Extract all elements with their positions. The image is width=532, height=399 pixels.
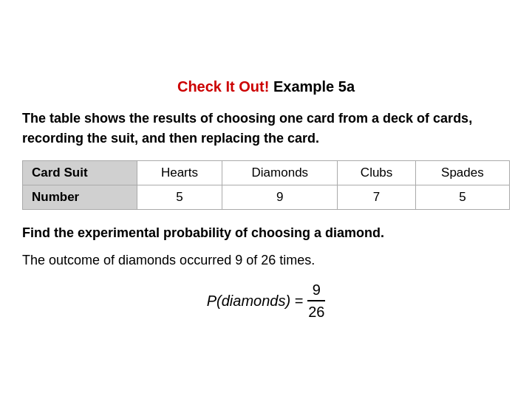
fraction: 9 26 — [307, 281, 325, 321]
val-hearts: 5 — [137, 185, 222, 210]
intro-paragraph: The table shows the results of choosing … — [22, 109, 510, 149]
fraction-denominator: 26 — [308, 301, 324, 321]
card-suit-table: Card Suit Hearts Diamonds Clubs Spades N… — [22, 160, 510, 210]
val-clubs: 7 — [338, 185, 415, 210]
table-header-row: Card Suit Hearts Diamonds Clubs Spades — [23, 161, 510, 185]
check-it-out-label: Check It Out! — [177, 78, 269, 95]
col-header-hearts: Hearts — [137, 161, 222, 185]
formula-inner: P(diamonds) = 9 26 — [207, 281, 326, 321]
col-header-spades: Spades — [415, 161, 509, 185]
row-label-number: Number — [23, 185, 137, 210]
outcome-paragraph: The outcome of diamonds occurred 9 of 26… — [22, 250, 510, 270]
example-label: Example 5a — [269, 78, 355, 95]
val-spades: 5 — [415, 185, 509, 210]
val-diamonds: 9 — [222, 185, 338, 210]
title-line: Check It Out! Example 5a — [22, 78, 510, 95]
col-header-clubs: Clubs — [338, 161, 415, 185]
formula-left: P(diamonds) = — [207, 293, 304, 310]
main-container: Check It Out! Example 5a The table shows… — [15, 64, 517, 335]
col-header-suit: Card Suit — [23, 161, 137, 185]
col-header-diamonds: Diamonds — [222, 161, 338, 185]
fraction-numerator: 9 — [307, 281, 325, 301]
find-paragraph: Find the experimental probability of cho… — [22, 223, 510, 243]
table-data-row: Number 5 9 7 5 — [23, 185, 510, 210]
formula-block: P(diamonds) = 9 26 — [22, 281, 510, 321]
